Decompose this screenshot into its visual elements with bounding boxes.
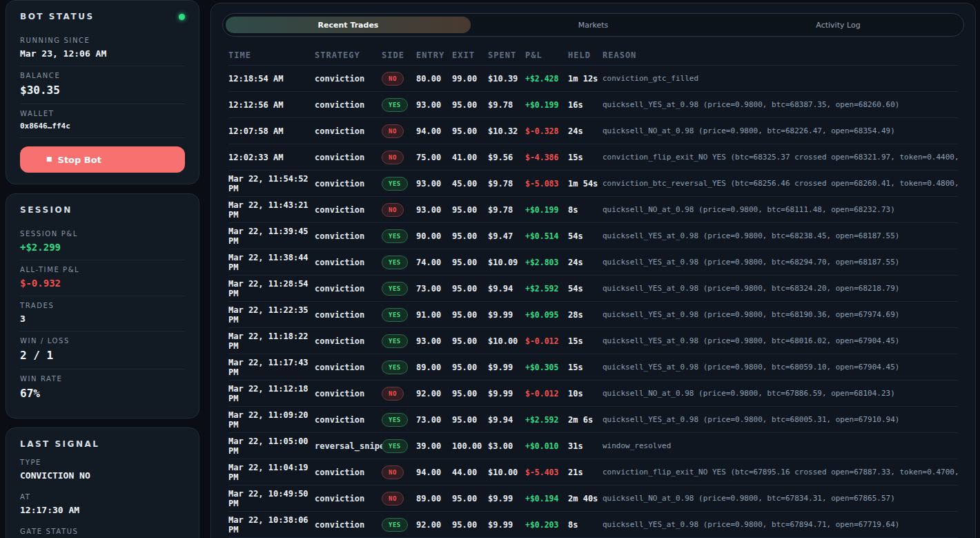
- trade-entry: 39.00: [416, 441, 452, 451]
- trade-pnl: +$0.095: [525, 310, 568, 320]
- trade-strategy: conviction: [315, 258, 382, 267]
- column-header: REASON: [602, 50, 958, 60]
- trade-held: 16s: [568, 100, 602, 110]
- trade-entry: 93.00: [416, 336, 452, 346]
- session-pnl-value: +$2.299: [20, 242, 185, 253]
- table-row[interactable]: Mar 22, 11:18:22 PMconvictionYES93.0095.…: [228, 328, 958, 354]
- trade-pnl: $-0.328: [525, 126, 568, 136]
- trade-side: NO: [382, 465, 416, 479]
- trade-pnl: +$2.803: [525, 258, 568, 267]
- winrate-value: 67%: [20, 387, 185, 400]
- session-card: SESSION SESSION P&L +$2.299 ALL-TIME P&L…: [6, 193, 199, 419]
- trade-time: Mar 22, 11:54:52 PM: [228, 174, 315, 193]
- trade-held: 54s: [568, 231, 602, 241]
- table-row[interactable]: Mar 22, 11:38:44 PMconvictionYES74.0095.…: [228, 249, 958, 276]
- stop-square-icon: ■: [46, 155, 52, 162]
- signal-at-value: 12:17:30 AM: [20, 505, 185, 515]
- trade-time: 12:07:58 AM: [228, 126, 315, 136]
- trade-spent: $9.99: [488, 389, 525, 398]
- table-row[interactable]: Mar 22, 10:38:06 PMconvictionYES92.0095.…: [228, 512, 958, 538]
- trade-time: 12:12:56 AM: [228, 100, 315, 110]
- alltime-pnl-field: ALL-TIME P&L $-0.932: [20, 260, 185, 296]
- trade-reason: quicksell_YES_at_0.98 (price=0.9800, btc…: [602, 284, 958, 293]
- trade-time: Mar 22, 11:39:45 PM: [228, 227, 315, 246]
- table-row[interactable]: 12:02:33 AMconvictionNO75.0041.00$9.56$-…: [228, 144, 958, 171]
- trade-side: YES: [382, 282, 416, 296]
- trade-exit: 95.00: [452, 258, 488, 267]
- side-badge-yes: YES: [382, 177, 408, 191]
- table-row[interactable]: Mar 22, 11:05:00 PMreversal_snipeYES39.0…: [228, 433, 958, 459]
- trade-spent: $9.78: [488, 179, 525, 189]
- table-row[interactable]: Mar 22, 11:04:19 PMconvictionNO94.0044.0…: [228, 459, 958, 486]
- trade-held: 1m 12s: [568, 74, 602, 84]
- trade-side: NO: [382, 492, 416, 506]
- trade-spent: $10.00: [488, 336, 525, 346]
- trade-side: YES: [382, 439, 416, 453]
- trade-entry: 73.00: [416, 284, 452, 294]
- wallet-label: WALLET: [20, 110, 185, 117]
- trade-spent: $3.00: [488, 441, 525, 451]
- trade-exit: 95.00: [452, 520, 488, 530]
- trade-strategy: reversal_snipe: [315, 441, 382, 451]
- table-row[interactable]: Mar 22, 11:09:20 PMconvictionYES73.0095.…: [228, 407, 958, 433]
- trade-time: Mar 22, 11:22:35 PM: [228, 305, 315, 325]
- alltime-pnl-label: ALL-TIME P&L: [20, 266, 185, 273]
- trade-held: 31s: [568, 441, 602, 451]
- trade-side: YES: [382, 256, 416, 269]
- balance-label: BALANCE: [20, 72, 185, 79]
- trade-strategy: conviction: [315, 74, 382, 84]
- trade-reason: quicksell_NO_at_0.98 (price=0.9800, btc=…: [602, 494, 958, 503]
- tab-markets[interactable]: Markets: [471, 17, 716, 33]
- tab-recent-trades[interactable]: Recent Trades: [226, 17, 471, 33]
- trade-entry: 73.00: [416, 415, 452, 425]
- trade-entry: 89.00: [416, 494, 452, 503]
- signal-type-field: TYPE CONVICTION NO: [20, 459, 185, 488]
- trade-time: Mar 22, 11:43:21 PM: [228, 200, 315, 220]
- trade-exit: 44.00: [452, 468, 488, 477]
- side-badge-no: NO: [382, 203, 404, 217]
- table-row[interactable]: Mar 22, 11:28:54 PMconvictionYES73.0095.…: [228, 276, 958, 302]
- signal-at-field: AT 12:17:30 AM: [20, 488, 185, 522]
- table-row[interactable]: Mar 22, 11:43:21 PMconvictionNO93.0095.0…: [228, 197, 958, 223]
- trade-exit: 99.00: [452, 74, 488, 84]
- trade-side: YES: [382, 229, 416, 243]
- column-header: TIME: [228, 50, 315, 60]
- trade-strategy: conviction: [315, 153, 382, 162]
- trade-time: Mar 22, 11:05:00 PM: [228, 436, 315, 456]
- trade-strategy: conviction: [315, 179, 382, 189]
- table-row[interactable]: Mar 22, 11:39:45 PMconvictionYES90.0095.…: [228, 223, 958, 249]
- trade-time: Mar 22, 11:12:18 PM: [228, 384, 315, 403]
- trade-side: YES: [382, 361, 416, 374]
- table-row[interactable]: 12:18:54 AMconvictionNO80.0099.00$10.39+…: [228, 66, 958, 92]
- trade-reason: quicksell_NO_at_0.98 (price=0.9800, btc=…: [602, 205, 958, 214]
- balance-value: $30.35: [20, 84, 185, 97]
- trade-pnl: +$2.592: [525, 415, 568, 425]
- trade-strategy: conviction: [315, 310, 382, 320]
- table-row[interactable]: 12:07:58 AMconvictionNO94.0095.00$10.32$…: [228, 118, 958, 144]
- table-row[interactable]: Mar 22, 11:17:43 PMconvictionYES89.0095.…: [228, 354, 958, 381]
- table-row[interactable]: Mar 22, 11:12:18 PMconvictionNO92.0095.0…: [228, 381, 958, 407]
- trade-entry: 93.00: [416, 100, 452, 110]
- running-since-value: Mar 23, 12:06 AM: [20, 48, 185, 59]
- table-row[interactable]: Mar 22, 10:49:50 PMconvictionNO89.0095.0…: [228, 486, 958, 512]
- trade-reason: conviction_gtc_filled: [602, 74, 958, 83]
- tab-activity-log[interactable]: Activity Log: [716, 17, 961, 33]
- winrate-label: WIN RATE: [20, 375, 185, 383]
- trade-side: YES: [382, 177, 416, 191]
- trade-reason: quicksell_YES_at_0.98 (price=0.9800, btc…: [602, 231, 958, 240]
- trade-spent: $9.99: [488, 494, 525, 503]
- trade-held: 8s: [568, 520, 602, 530]
- trade-pnl: +$0.199: [525, 205, 568, 215]
- trade-spent: $9.94: [488, 415, 525, 425]
- table-row[interactable]: Mar 22, 11:22:35 PMconvictionYES91.0095.…: [228, 302, 958, 328]
- table-row[interactable]: Mar 22, 11:54:52 PMconvictionYES93.0045.…: [228, 171, 958, 197]
- trade-side: YES: [382, 98, 416, 112]
- table-row[interactable]: 12:12:56 AMconvictionYES93.0095.00$9.78+…: [228, 92, 958, 118]
- trade-reason: quicksell_YES_at_0.98 (price=0.9800, btc…: [602, 520, 958, 529]
- trade-strategy: conviction: [315, 415, 382, 425]
- side-badge-no: NO: [382, 465, 404, 479]
- trade-time: Mar 22, 11:04:19 PM: [228, 463, 315, 482]
- stop-bot-button[interactable]: ■ Stop Bot: [20, 146, 185, 173]
- trade-pnl: +$0.514: [525, 231, 568, 241]
- trade-spent: $9.99: [488, 310, 525, 320]
